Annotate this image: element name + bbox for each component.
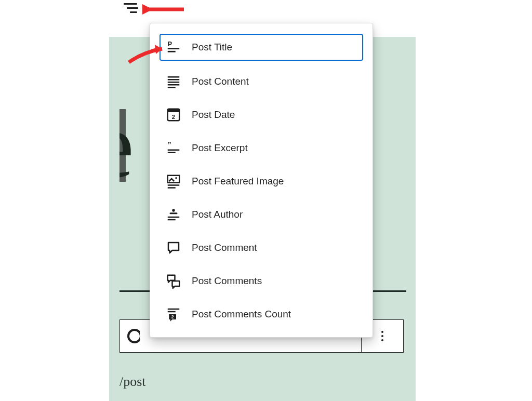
svg-text:”: ”	[168, 141, 171, 149]
post-title-fragment: le	[119, 99, 131, 192]
menu-item-label: Post Featured Image	[192, 176, 284, 187]
menu-item-post-title[interactable]: P Post Title	[159, 34, 363, 61]
post-comments-icon	[166, 273, 181, 289]
post-excerpt-icon: ”	[166, 140, 181, 156]
svg-rect-7	[168, 87, 176, 88]
menu-item-label: Post Comments	[192, 275, 262, 287]
svg-rect-9	[168, 109, 180, 112]
svg-rect-17	[168, 187, 176, 189]
svg-text:2: 2	[172, 114, 175, 120]
post-author-icon	[166, 207, 181, 222]
menu-item-label: Post Content	[192, 76, 249, 87]
svg-text:2: 2	[171, 314, 174, 319]
block-suggestion-popover: P Post Title Post Content 2 Post Dat	[150, 23, 373, 338]
menu-item-post-comments-count[interactable]: 2 Post Comments Count	[159, 302, 363, 327]
more-options-icon	[381, 331, 383, 341]
svg-rect-3	[168, 76, 180, 78]
menu-item-label: Post Comment	[192, 242, 257, 253]
menu-item-label: Post Author	[192, 209, 243, 220]
svg-rect-19	[170, 212, 178, 214]
svg-point-15	[175, 177, 177, 179]
menu-item-post-author[interactable]: Post Author	[159, 202, 363, 227]
menu-item-post-comment[interactable]: Post Comment	[159, 235, 363, 260]
stage: le /post P Post Title	[0, 0, 532, 401]
post-comments-count-icon: 2	[166, 306, 181, 322]
svg-rect-21	[168, 219, 176, 221]
menu-item-label: Post Date	[192, 109, 235, 121]
post-featured-image-icon	[166, 173, 181, 189]
post-date-icon: 2	[166, 107, 181, 123]
annotation-arrow-top	[142, 2, 187, 17]
svg-rect-5	[168, 82, 180, 83]
post-content-icon	[166, 74, 181, 89]
svg-text:P: P	[168, 41, 172, 48]
menu-item-label: Post Excerpt	[192, 142, 248, 154]
menu-item-label: Post Comments Count	[192, 309, 291, 320]
block-icon-fragment	[125, 329, 140, 343]
menu-item-label: Post Title	[192, 42, 232, 53]
svg-rect-16	[168, 184, 180, 186]
svg-rect-22	[168, 309, 180, 310]
svg-rect-2	[168, 51, 176, 52]
post-title-icon: P	[166, 39, 181, 55]
menu-item-post-date[interactable]: 2 Post Date	[159, 102, 363, 127]
svg-rect-6	[168, 84, 180, 86]
svg-rect-1	[168, 48, 180, 49]
menu-item-post-comments[interactable]: Post Comments	[159, 269, 363, 293]
filter-lines-icon[interactable]	[124, 1, 140, 15]
svg-rect-4	[168, 79, 180, 81]
slash-command-text: /post	[119, 374, 146, 390]
post-comment-icon	[166, 240, 181, 256]
svg-rect-12	[168, 150, 180, 151]
svg-point-18	[172, 209, 175, 212]
menu-item-post-content[interactable]: Post Content	[159, 69, 363, 94]
menu-item-post-excerpt[interactable]: ” Post Excerpt	[159, 136, 363, 161]
svg-rect-20	[168, 217, 180, 218]
svg-rect-13	[168, 152, 176, 154]
svg-rect-23	[168, 311, 176, 313]
menu-item-post-featured-image[interactable]: Post Featured Image	[159, 169, 363, 194]
